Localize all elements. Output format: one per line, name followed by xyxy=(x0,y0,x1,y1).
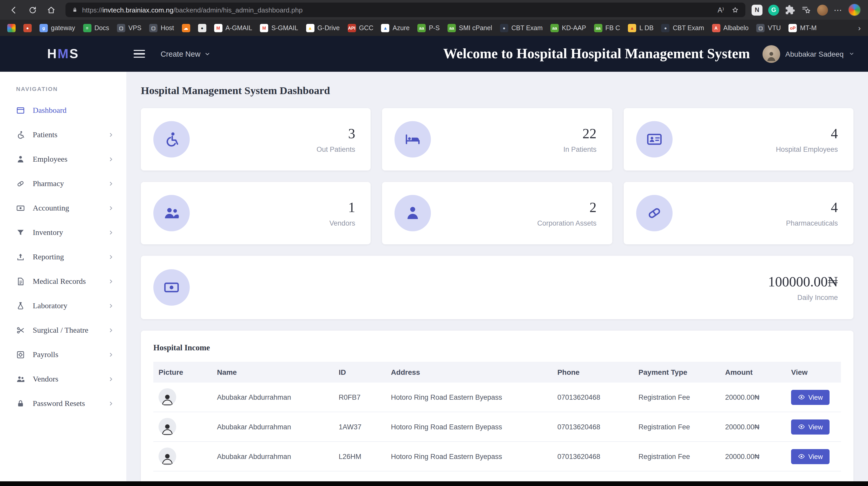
cell-phone: 07013620468 xyxy=(552,412,633,442)
bookmark-item[interactable]: ▲ Azure xyxy=(381,24,410,32)
bookmark-item[interactable]: API GCC xyxy=(347,24,373,32)
stat-card: 4 Pharmaceuticals xyxy=(623,182,854,244)
bottom-black-strip xyxy=(0,481,868,486)
sidebar-item[interactable]: Laboratory xyxy=(0,294,126,318)
bookmark-item[interactable]: ▢ VPS xyxy=(117,24,142,32)
note-extension-button[interactable]: N xyxy=(751,4,763,15)
hospital-income-card: Hospital Income Picture Name xyxy=(141,331,854,486)
sidebar-item[interactable]: Dashboard xyxy=(0,98,126,123)
extensions-puzzle-button[interactable] xyxy=(785,5,795,15)
view-button[interactable]: View xyxy=(791,390,830,405)
bookmark-item[interactable]: aa P-S xyxy=(417,24,440,32)
bookmark-item[interactable]: ● CBT Exam xyxy=(500,24,542,32)
sidebar-item[interactable]: Reporting xyxy=(0,245,126,269)
sidebar-item[interactable]: Pharmacy xyxy=(0,172,126,196)
bookmark-item[interactable]: M S-GMAIL xyxy=(260,24,298,32)
read-aloud-button[interactable]: A⁾ xyxy=(717,6,724,14)
favorite-star-button[interactable] xyxy=(731,6,739,14)
bookmark-item[interactable] xyxy=(7,24,16,32)
bookmark-favicon: ● xyxy=(198,24,206,32)
hospital-income-table: Picture Name ID Address Phone Payment Ty… xyxy=(153,362,841,472)
bookmark-item[interactable]: ▢ VTU xyxy=(756,24,781,32)
cell-phone: 07013620468 xyxy=(552,383,633,412)
browser-profile-avatar[interactable] xyxy=(848,4,861,16)
bookmark-favicon: aa xyxy=(417,24,426,32)
stat-icon xyxy=(163,131,180,148)
bookmarks-overflow-chevron[interactable]: › xyxy=(858,23,861,32)
view-button[interactable]: View xyxy=(791,419,830,434)
stat-icon-circle xyxy=(153,121,190,157)
income-label: Daily Income xyxy=(768,294,838,301)
chevron-right-icon xyxy=(108,352,114,358)
view-button[interactable]: View xyxy=(791,449,830,464)
back-button[interactable] xyxy=(5,2,22,18)
app-logo[interactable]: HMS xyxy=(0,46,126,61)
sidebar-item[interactable]: Patients xyxy=(0,123,126,147)
bookmark-item[interactable]: ≡ Docs xyxy=(83,24,109,32)
grammarly-extension-button[interactable]: G xyxy=(768,4,779,15)
bookmark-item[interactable]: oP MT-M xyxy=(789,24,817,32)
sidebar-item-label: Password Resets xyxy=(33,399,85,408)
bookmark-item[interactable]: M A-GMAIL xyxy=(214,24,252,32)
stats-grid: 3 Out Patients 22 In Patients xyxy=(141,108,854,244)
stat-value: 1 xyxy=(330,199,355,215)
bookmark-item[interactable]: ▲ L DB xyxy=(628,24,654,32)
cell-name: Abubakar Abdurrahman xyxy=(212,442,334,471)
collections-button[interactable] xyxy=(801,5,811,15)
stat-label: Pharmaceuticals xyxy=(786,219,838,227)
sidebar-item[interactable]: Surgical / Theatre xyxy=(0,318,126,342)
eye-icon xyxy=(798,423,805,430)
sidebar-item-label: Vendors xyxy=(33,375,58,384)
sidebar-item[interactable]: Payrolls xyxy=(0,342,126,367)
stat-label: Out Patients xyxy=(316,145,355,153)
sidebar-item-icon xyxy=(16,326,25,335)
sidebar-item-label: Patients xyxy=(33,130,57,139)
bookmark-label: SMI cPanel xyxy=(459,24,492,31)
bookmark-item[interactable]: aa KD-AAP xyxy=(551,24,586,32)
sidebar-item[interactable]: Employees xyxy=(0,147,126,172)
sidebar-item[interactable]: Vendors xyxy=(0,367,126,391)
home-icon xyxy=(46,5,55,14)
browser-menu-button[interactable]: ⋯ xyxy=(834,5,842,15)
sidebar-toggle-button[interactable] xyxy=(133,50,145,58)
stat-icon xyxy=(646,131,662,148)
address-bar[interactable]: https://invtech.brainiax.com.ng/backend/… xyxy=(65,3,745,17)
stat-label: Corporation Assets xyxy=(537,219,596,227)
create-new-dropdown[interactable]: Create New xyxy=(161,50,210,58)
bookmark-item[interactable]: ● CBT Exam xyxy=(661,24,704,32)
bookmark-item[interactable]: aa FB C xyxy=(594,24,620,32)
browser-extension-icon[interactable] xyxy=(817,4,828,15)
sidebar-item[interactable]: Accounting xyxy=(0,196,126,220)
bookmark-favicon: ▢ xyxy=(756,24,765,32)
sidebar-item[interactable]: Inventory xyxy=(0,220,126,245)
chevron-right-icon xyxy=(108,181,114,187)
bookmark-label: VPS xyxy=(128,24,142,31)
url-domain: invtech.brainiax.com.ng xyxy=(102,6,173,14)
back-icon xyxy=(9,5,18,14)
person-photo-icon xyxy=(161,422,174,435)
sidebar-item-icon xyxy=(16,302,25,310)
sidebar-item-label: Accounting xyxy=(33,204,69,213)
sidebar-item-icon xyxy=(16,350,25,359)
reload-button[interactable] xyxy=(24,2,40,18)
person-photo-icon xyxy=(161,392,174,406)
bookmark-item[interactable]: aa SMI cPanel xyxy=(447,24,492,32)
bookmark-item[interactable]: ● xyxy=(23,24,32,32)
bookmark-item[interactable]: ☁ xyxy=(182,24,190,32)
home-button[interactable] xyxy=(42,2,59,18)
bookmark-favicon: ▲ xyxy=(306,24,314,32)
bookmark-favicon: oP xyxy=(789,24,797,32)
bookmark-item[interactable]: ● xyxy=(198,24,206,32)
sidebar-item[interactable]: Password Resets xyxy=(0,391,126,416)
sidebar-item-icon xyxy=(16,130,25,139)
user-menu[interactable]: Abubakar Sadeeq xyxy=(763,45,855,63)
bookmark-item[interactable]: ▲ G-Drive xyxy=(306,24,340,32)
bookmark-favicon: aa xyxy=(594,24,602,32)
create-new-label: Create New xyxy=(161,50,200,58)
bookmark-item[interactable]: ▢ Host xyxy=(149,24,174,32)
table-row: Abubakar Abdurrahman R0FB7 Hotoro Ring R… xyxy=(153,383,841,412)
sidebar-item[interactable]: Medical Records xyxy=(0,269,126,294)
bookmark-item[interactable]: A Albabelo xyxy=(712,24,748,32)
bookmark-label: VTU xyxy=(768,24,781,31)
bookmark-item[interactable]: g gateway xyxy=(39,24,75,32)
